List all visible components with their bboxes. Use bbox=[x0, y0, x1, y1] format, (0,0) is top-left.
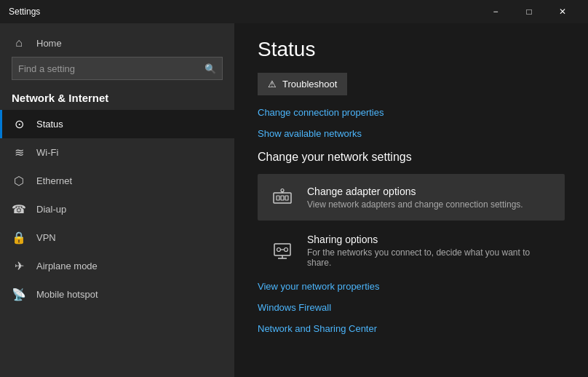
maximize-button[interactable]: □ bbox=[512, 0, 546, 23]
adapter-desc: View network adapters and change connect… bbox=[307, 199, 523, 210]
svg-rect-3 bbox=[285, 196, 288, 200]
svg-rect-1 bbox=[277, 196, 279, 200]
ethernet-icon: ⬡ bbox=[12, 174, 26, 188]
sidebar-item-hotspot[interactable]: 📡 Mobile hotspot bbox=[0, 280, 234, 309]
svg-point-5 bbox=[281, 189, 284, 192]
network-properties-link[interactable]: View your network properties bbox=[258, 281, 565, 292]
section-label: Network & Internet bbox=[0, 89, 234, 110]
change-adapter-item[interactable]: Change adapter options View network adap… bbox=[258, 174, 565, 221]
wifi-icon: ≋ bbox=[12, 146, 26, 159]
sidebar-item-vpn[interactable]: 🔒 VPN bbox=[0, 223, 234, 252]
sidebar-home-label: Home bbox=[36, 38, 62, 49]
app-body: ⌂ Home 🔍 Network & Internet ⊙ Status ≋ W… bbox=[0, 23, 588, 377]
svg-point-10 bbox=[285, 247, 288, 251]
sharing-options-item[interactable]: Sharing options For the networks you con… bbox=[258, 223, 565, 278]
sharing-text: Sharing options For the networks you con… bbox=[307, 234, 553, 268]
titlebar: Settings − □ ✕ bbox=[0, 0, 588, 23]
sidebar-item-label: Status bbox=[36, 119, 63, 130]
status-icon: ⊙ bbox=[12, 117, 26, 131]
troubleshoot-label: Troubleshoot bbox=[282, 79, 337, 90]
sidebar-item-label: Ethernet bbox=[36, 175, 72, 186]
sidebar-item-airplane[interactable]: ✈ Airplane mode bbox=[0, 252, 234, 280]
sidebar-item-status[interactable]: ⊙ Status bbox=[0, 110, 234, 138]
sharing-icon bbox=[269, 238, 295, 264]
sidebar-item-label: Airplane mode bbox=[36, 261, 98, 271]
network-settings-heading: Change your network settings bbox=[258, 151, 565, 164]
sidebar-item-label: Mobile hotspot bbox=[36, 289, 98, 300]
adapter-title: Change adapter options bbox=[307, 186, 523, 197]
search-icon: 🔍 bbox=[199, 57, 222, 80]
sidebar-item-wifi[interactable]: ≋ Wi-Fi bbox=[0, 138, 234, 167]
sharing-title: Sharing options bbox=[307, 234, 553, 245]
windows-firewall-link[interactable]: Windows Firewall bbox=[258, 302, 565, 313]
search-input[interactable] bbox=[12, 63, 199, 74]
home-icon: ⌂ bbox=[12, 36, 26, 49]
close-button[interactable]: ✕ bbox=[546, 0, 579, 23]
sidebar-item-label: Wi-Fi bbox=[36, 147, 58, 158]
dialup-icon: ☎ bbox=[12, 202, 26, 216]
svg-point-9 bbox=[277, 247, 281, 251]
airplane-icon: ✈ bbox=[12, 259, 26, 273]
titlebar-title: Settings bbox=[9, 7, 479, 17]
page-title: Status bbox=[258, 38, 565, 61]
adapter-text: Change adapter options View network adap… bbox=[307, 186, 523, 210]
adapter-icon bbox=[269, 184, 295, 210]
window-controls: − □ ✕ bbox=[479, 0, 579, 23]
change-connection-link[interactable]: Change connection properties bbox=[258, 107, 565, 118]
minimize-button[interactable]: − bbox=[479, 0, 512, 23]
troubleshoot-button[interactable]: ⚠ Troubleshoot bbox=[258, 73, 347, 95]
troubleshoot-icon: ⚠ bbox=[268, 79, 277, 90]
sidebar-item-label: VPN bbox=[36, 232, 56, 243]
sidebar-item-ethernet[interactable]: ⬡ Ethernet bbox=[0, 167, 234, 195]
sidebar: ⌂ Home 🔍 Network & Internet ⊙ Status ≋ W… bbox=[0, 23, 234, 377]
content-area: Status ⚠ Troubleshoot Change connection … bbox=[234, 23, 588, 377]
sidebar-item-label: Dial-up bbox=[36, 204, 66, 215]
hotspot-icon: 📡 bbox=[12, 287, 26, 301]
sidebar-item-home[interactable]: ⌂ Home bbox=[0, 23, 234, 57]
sharing-center-link[interactable]: Network and Sharing Center bbox=[258, 323, 565, 334]
sidebar-item-dialup[interactable]: ☎ Dial-up bbox=[0, 195, 234, 223]
show-networks-link[interactable]: Show available networks bbox=[258, 128, 565, 139]
svg-rect-2 bbox=[281, 196, 284, 200]
vpn-icon: 🔒 bbox=[12, 231, 26, 245]
search-box[interactable]: 🔍 bbox=[12, 57, 223, 80]
sharing-desc: For the networks you connect to, decide … bbox=[307, 247, 553, 268]
